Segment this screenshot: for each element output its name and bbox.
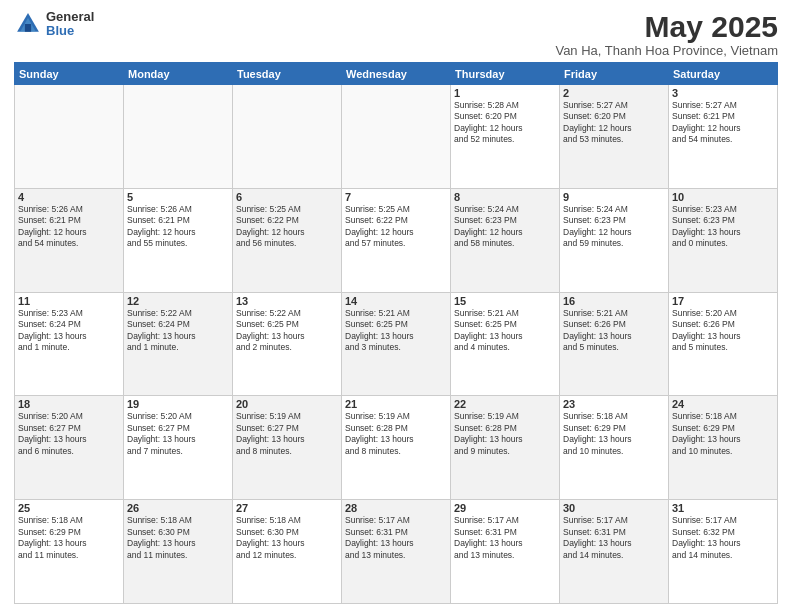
table-row: 17Sunrise: 5:20 AM Sunset: 6:26 PM Dayli… [669, 292, 778, 396]
col-tuesday: Tuesday [233, 63, 342, 85]
day-info: Sunrise: 5:17 AM Sunset: 6:31 PM Dayligh… [454, 515, 556, 561]
day-info: Sunrise: 5:24 AM Sunset: 6:23 PM Dayligh… [563, 204, 665, 250]
logo-general-text: General [46, 10, 94, 24]
table-row: 25Sunrise: 5:18 AM Sunset: 6:29 PM Dayli… [15, 500, 124, 604]
logo: General Blue [14, 10, 94, 39]
table-row: 23Sunrise: 5:18 AM Sunset: 6:29 PM Dayli… [560, 396, 669, 500]
day-number: 9 [563, 191, 665, 203]
header: General Blue May 2025 Van Ha, Thanh Hoa … [14, 10, 778, 58]
day-info: Sunrise: 5:21 AM Sunset: 6:25 PM Dayligh… [454, 308, 556, 354]
logo-blue-text: Blue [46, 24, 94, 38]
col-friday: Friday [560, 63, 669, 85]
table-row: 4Sunrise: 5:26 AM Sunset: 6:21 PM Daylig… [15, 188, 124, 292]
table-row: 24Sunrise: 5:18 AM Sunset: 6:29 PM Dayli… [669, 396, 778, 500]
day-info: Sunrise: 5:21 AM Sunset: 6:25 PM Dayligh… [345, 308, 447, 354]
table-row: 21Sunrise: 5:19 AM Sunset: 6:28 PM Dayli… [342, 396, 451, 500]
calendar-week-row: 1Sunrise: 5:28 AM Sunset: 6:20 PM Daylig… [15, 85, 778, 189]
day-number: 10 [672, 191, 774, 203]
table-row: 2Sunrise: 5:27 AM Sunset: 6:20 PM Daylig… [560, 85, 669, 189]
day-number: 11 [18, 295, 120, 307]
day-number: 18 [18, 398, 120, 410]
table-row: 29Sunrise: 5:17 AM Sunset: 6:31 PM Dayli… [451, 500, 560, 604]
table-row: 10Sunrise: 5:23 AM Sunset: 6:23 PM Dayli… [669, 188, 778, 292]
table-row: 13Sunrise: 5:22 AM Sunset: 6:25 PM Dayli… [233, 292, 342, 396]
table-row [233, 85, 342, 189]
day-info: Sunrise: 5:17 AM Sunset: 6:31 PM Dayligh… [563, 515, 665, 561]
calendar-table: Sunday Monday Tuesday Wednesday Thursday… [14, 62, 778, 604]
day-info: Sunrise: 5:24 AM Sunset: 6:23 PM Dayligh… [454, 204, 556, 250]
day-info: Sunrise: 5:28 AM Sunset: 6:20 PM Dayligh… [454, 100, 556, 146]
day-number: 4 [18, 191, 120, 203]
table-row: 5Sunrise: 5:26 AM Sunset: 6:21 PM Daylig… [124, 188, 233, 292]
day-number: 28 [345, 502, 447, 514]
col-thursday: Thursday [451, 63, 560, 85]
day-info: Sunrise: 5:18 AM Sunset: 6:29 PM Dayligh… [672, 411, 774, 457]
table-row: 7Sunrise: 5:25 AM Sunset: 6:22 PM Daylig… [342, 188, 451, 292]
day-number: 29 [454, 502, 556, 514]
day-info: Sunrise: 5:27 AM Sunset: 6:20 PM Dayligh… [563, 100, 665, 146]
day-number: 19 [127, 398, 229, 410]
col-wednesday: Wednesday [342, 63, 451, 85]
day-number: 23 [563, 398, 665, 410]
day-number: 17 [672, 295, 774, 307]
day-info: Sunrise: 5:22 AM Sunset: 6:24 PM Dayligh… [127, 308, 229, 354]
calendar-week-row: 18Sunrise: 5:20 AM Sunset: 6:27 PM Dayli… [15, 396, 778, 500]
table-row: 30Sunrise: 5:17 AM Sunset: 6:31 PM Dayli… [560, 500, 669, 604]
col-monday: Monday [124, 63, 233, 85]
table-row: 20Sunrise: 5:19 AM Sunset: 6:27 PM Dayli… [233, 396, 342, 500]
day-info: Sunrise: 5:23 AM Sunset: 6:23 PM Dayligh… [672, 204, 774, 250]
calendar-body: 1Sunrise: 5:28 AM Sunset: 6:20 PM Daylig… [15, 85, 778, 604]
day-info: Sunrise: 5:23 AM Sunset: 6:24 PM Dayligh… [18, 308, 120, 354]
svg-rect-2 [25, 24, 31, 32]
logo-text: General Blue [46, 10, 94, 39]
table-row: 26Sunrise: 5:18 AM Sunset: 6:30 PM Dayli… [124, 500, 233, 604]
day-number: 15 [454, 295, 556, 307]
table-row: 22Sunrise: 5:19 AM Sunset: 6:28 PM Dayli… [451, 396, 560, 500]
subtitle: Van Ha, Thanh Hoa Province, Vietnam [555, 43, 778, 58]
table-row: 14Sunrise: 5:21 AM Sunset: 6:25 PM Dayli… [342, 292, 451, 396]
day-info: Sunrise: 5:19 AM Sunset: 6:27 PM Dayligh… [236, 411, 338, 457]
day-number: 24 [672, 398, 774, 410]
day-number: 5 [127, 191, 229, 203]
day-info: Sunrise: 5:25 AM Sunset: 6:22 PM Dayligh… [345, 204, 447, 250]
table-row: 9Sunrise: 5:24 AM Sunset: 6:23 PM Daylig… [560, 188, 669, 292]
table-row: 19Sunrise: 5:20 AM Sunset: 6:27 PM Dayli… [124, 396, 233, 500]
day-number: 30 [563, 502, 665, 514]
day-number: 14 [345, 295, 447, 307]
calendar-week-row: 25Sunrise: 5:18 AM Sunset: 6:29 PM Dayli… [15, 500, 778, 604]
title-block: May 2025 Van Ha, Thanh Hoa Province, Vie… [555, 10, 778, 58]
table-row: 3Sunrise: 5:27 AM Sunset: 6:21 PM Daylig… [669, 85, 778, 189]
day-info: Sunrise: 5:25 AM Sunset: 6:22 PM Dayligh… [236, 204, 338, 250]
logo-icon [14, 10, 42, 38]
day-info: Sunrise: 5:22 AM Sunset: 6:25 PM Dayligh… [236, 308, 338, 354]
day-info: Sunrise: 5:20 AM Sunset: 6:27 PM Dayligh… [127, 411, 229, 457]
day-info: Sunrise: 5:26 AM Sunset: 6:21 PM Dayligh… [18, 204, 120, 250]
day-info: Sunrise: 5:20 AM Sunset: 6:26 PM Dayligh… [672, 308, 774, 354]
day-number: 26 [127, 502, 229, 514]
day-info: Sunrise: 5:19 AM Sunset: 6:28 PM Dayligh… [345, 411, 447, 457]
table-row: 1Sunrise: 5:28 AM Sunset: 6:20 PM Daylig… [451, 85, 560, 189]
table-row: 6Sunrise: 5:25 AM Sunset: 6:22 PM Daylig… [233, 188, 342, 292]
calendar-week-row: 4Sunrise: 5:26 AM Sunset: 6:21 PM Daylig… [15, 188, 778, 292]
day-number: 6 [236, 191, 338, 203]
table-row: 27Sunrise: 5:18 AM Sunset: 6:30 PM Dayli… [233, 500, 342, 604]
day-number: 13 [236, 295, 338, 307]
day-number: 12 [127, 295, 229, 307]
day-number: 31 [672, 502, 774, 514]
day-info: Sunrise: 5:19 AM Sunset: 6:28 PM Dayligh… [454, 411, 556, 457]
day-number: 25 [18, 502, 120, 514]
day-number: 21 [345, 398, 447, 410]
day-number: 16 [563, 295, 665, 307]
table-row: 11Sunrise: 5:23 AM Sunset: 6:24 PM Dayli… [15, 292, 124, 396]
day-number: 7 [345, 191, 447, 203]
day-info: Sunrise: 5:18 AM Sunset: 6:30 PM Dayligh… [236, 515, 338, 561]
day-number: 2 [563, 87, 665, 99]
day-info: Sunrise: 5:18 AM Sunset: 6:29 PM Dayligh… [18, 515, 120, 561]
table-row [124, 85, 233, 189]
day-number: 3 [672, 87, 774, 99]
month-title: May 2025 [555, 10, 778, 43]
day-info: Sunrise: 5:27 AM Sunset: 6:21 PM Dayligh… [672, 100, 774, 146]
table-row [15, 85, 124, 189]
table-row [342, 85, 451, 189]
day-number: 1 [454, 87, 556, 99]
